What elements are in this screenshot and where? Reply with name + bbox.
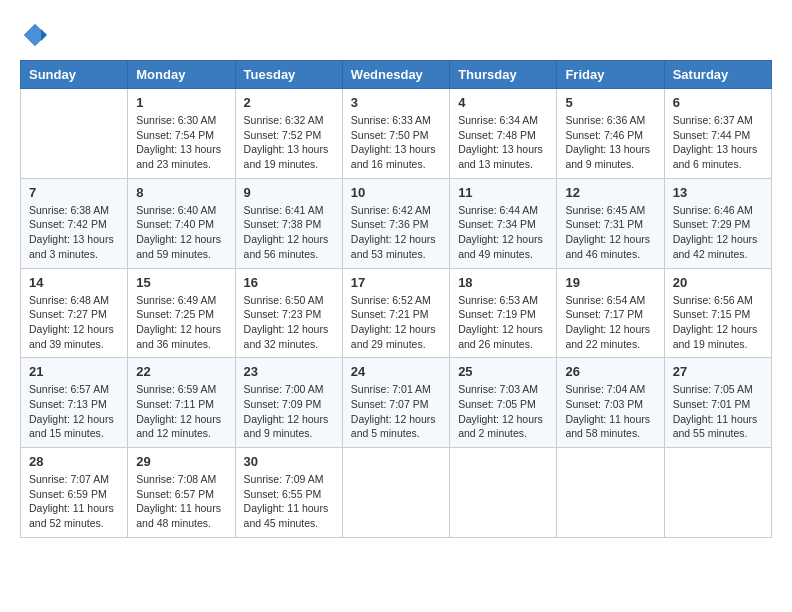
- calendar-cell: 25Sunrise: 7:03 AM Sunset: 7:05 PM Dayli…: [450, 358, 557, 448]
- day-content: Sunrise: 6:40 AM Sunset: 7:40 PM Dayligh…: [136, 203, 226, 262]
- day-header-wednesday: Wednesday: [342, 61, 449, 89]
- calendar-cell: 8Sunrise: 6:40 AM Sunset: 7:40 PM Daylig…: [128, 178, 235, 268]
- calendar-cell: [664, 448, 771, 538]
- day-number: 23: [244, 364, 334, 379]
- day-number: 19: [565, 275, 655, 290]
- calendar-cell: 17Sunrise: 6:52 AM Sunset: 7:21 PM Dayli…: [342, 268, 449, 358]
- day-content: Sunrise: 6:44 AM Sunset: 7:34 PM Dayligh…: [458, 203, 548, 262]
- calendar-header-row: SundayMondayTuesdayWednesdayThursdayFrid…: [21, 61, 772, 89]
- day-number: 1: [136, 95, 226, 110]
- calendar-week-row: 28Sunrise: 7:07 AM Sunset: 6:59 PM Dayli…: [21, 448, 772, 538]
- calendar-cell: 12Sunrise: 6:45 AM Sunset: 7:31 PM Dayli…: [557, 178, 664, 268]
- day-header-monday: Monday: [128, 61, 235, 89]
- calendar-cell: 10Sunrise: 6:42 AM Sunset: 7:36 PM Dayli…: [342, 178, 449, 268]
- day-header-friday: Friday: [557, 61, 664, 89]
- day-content: Sunrise: 6:32 AM Sunset: 7:52 PM Dayligh…: [244, 113, 334, 172]
- calendar-cell: 26Sunrise: 7:04 AM Sunset: 7:03 PM Dayli…: [557, 358, 664, 448]
- day-number: 22: [136, 364, 226, 379]
- calendar-table: SundayMondayTuesdayWednesdayThursdayFrid…: [20, 60, 772, 538]
- calendar-cell: [450, 448, 557, 538]
- day-number: 13: [673, 185, 763, 200]
- day-header-sunday: Sunday: [21, 61, 128, 89]
- day-number: 8: [136, 185, 226, 200]
- calendar-cell: 21Sunrise: 6:57 AM Sunset: 7:13 PM Dayli…: [21, 358, 128, 448]
- day-content: Sunrise: 6:50 AM Sunset: 7:23 PM Dayligh…: [244, 293, 334, 352]
- day-content: Sunrise: 7:01 AM Sunset: 7:07 PM Dayligh…: [351, 382, 441, 441]
- day-number: 16: [244, 275, 334, 290]
- day-content: Sunrise: 7:00 AM Sunset: 7:09 PM Dayligh…: [244, 382, 334, 441]
- calendar-cell: 29Sunrise: 7:08 AM Sunset: 6:57 PM Dayli…: [128, 448, 235, 538]
- day-content: Sunrise: 6:34 AM Sunset: 7:48 PM Dayligh…: [458, 113, 548, 172]
- day-content: Sunrise: 6:56 AM Sunset: 7:15 PM Dayligh…: [673, 293, 763, 352]
- day-number: 9: [244, 185, 334, 200]
- day-header-thursday: Thursday: [450, 61, 557, 89]
- calendar-week-row: 7Sunrise: 6:38 AM Sunset: 7:42 PM Daylig…: [21, 178, 772, 268]
- day-content: Sunrise: 6:46 AM Sunset: 7:29 PM Dayligh…: [673, 203, 763, 262]
- calendar-cell: 20Sunrise: 6:56 AM Sunset: 7:15 PM Dayli…: [664, 268, 771, 358]
- day-number: 30: [244, 454, 334, 469]
- day-number: 14: [29, 275, 119, 290]
- day-content: Sunrise: 6:59 AM Sunset: 7:11 PM Dayligh…: [136, 382, 226, 441]
- day-header-saturday: Saturday: [664, 61, 771, 89]
- calendar-cell: 11Sunrise: 6:44 AM Sunset: 7:34 PM Dayli…: [450, 178, 557, 268]
- calendar-week-row: 21Sunrise: 6:57 AM Sunset: 7:13 PM Dayli…: [21, 358, 772, 448]
- day-content: Sunrise: 7:08 AM Sunset: 6:57 PM Dayligh…: [136, 472, 226, 531]
- day-number: 18: [458, 275, 548, 290]
- page-header: [20, 20, 772, 50]
- day-content: Sunrise: 6:41 AM Sunset: 7:38 PM Dayligh…: [244, 203, 334, 262]
- day-number: 5: [565, 95, 655, 110]
- day-content: Sunrise: 7:07 AM Sunset: 6:59 PM Dayligh…: [29, 472, 119, 531]
- day-content: Sunrise: 6:42 AM Sunset: 7:36 PM Dayligh…: [351, 203, 441, 262]
- day-content: Sunrise: 6:57 AM Sunset: 7:13 PM Dayligh…: [29, 382, 119, 441]
- calendar-cell: 18Sunrise: 6:53 AM Sunset: 7:19 PM Dayli…: [450, 268, 557, 358]
- day-number: 28: [29, 454, 119, 469]
- day-number: 24: [351, 364, 441, 379]
- calendar-cell: 6Sunrise: 6:37 AM Sunset: 7:44 PM Daylig…: [664, 89, 771, 179]
- calendar-cell: 7Sunrise: 6:38 AM Sunset: 7:42 PM Daylig…: [21, 178, 128, 268]
- day-number: 12: [565, 185, 655, 200]
- day-number: 2: [244, 95, 334, 110]
- day-content: Sunrise: 6:30 AM Sunset: 7:54 PM Dayligh…: [136, 113, 226, 172]
- day-content: Sunrise: 6:33 AM Sunset: 7:50 PM Dayligh…: [351, 113, 441, 172]
- logo-icon: [20, 20, 50, 50]
- day-content: Sunrise: 6:48 AM Sunset: 7:27 PM Dayligh…: [29, 293, 119, 352]
- calendar-cell: [342, 448, 449, 538]
- day-content: Sunrise: 6:38 AM Sunset: 7:42 PM Dayligh…: [29, 203, 119, 262]
- day-number: 25: [458, 364, 548, 379]
- day-number: 29: [136, 454, 226, 469]
- calendar-cell: 14Sunrise: 6:48 AM Sunset: 7:27 PM Dayli…: [21, 268, 128, 358]
- day-number: 11: [458, 185, 548, 200]
- day-number: 10: [351, 185, 441, 200]
- calendar-cell: 27Sunrise: 7:05 AM Sunset: 7:01 PM Dayli…: [664, 358, 771, 448]
- calendar-week-row: 14Sunrise: 6:48 AM Sunset: 7:27 PM Dayli…: [21, 268, 772, 358]
- day-content: Sunrise: 6:45 AM Sunset: 7:31 PM Dayligh…: [565, 203, 655, 262]
- calendar-cell: 16Sunrise: 6:50 AM Sunset: 7:23 PM Dayli…: [235, 268, 342, 358]
- day-number: 7: [29, 185, 119, 200]
- calendar-cell: 19Sunrise: 6:54 AM Sunset: 7:17 PM Dayli…: [557, 268, 664, 358]
- calendar-cell: 22Sunrise: 6:59 AM Sunset: 7:11 PM Dayli…: [128, 358, 235, 448]
- day-content: Sunrise: 6:53 AM Sunset: 7:19 PM Dayligh…: [458, 293, 548, 352]
- calendar-cell: 23Sunrise: 7:00 AM Sunset: 7:09 PM Dayli…: [235, 358, 342, 448]
- svg-marker-2: [41, 29, 47, 41]
- calendar-cell: 13Sunrise: 6:46 AM Sunset: 7:29 PM Dayli…: [664, 178, 771, 268]
- calendar-cell: 24Sunrise: 7:01 AM Sunset: 7:07 PM Dayli…: [342, 358, 449, 448]
- logo: [20, 20, 54, 50]
- calendar-cell: 3Sunrise: 6:33 AM Sunset: 7:50 PM Daylig…: [342, 89, 449, 179]
- day-number: 26: [565, 364, 655, 379]
- calendar-cell: 5Sunrise: 6:36 AM Sunset: 7:46 PM Daylig…: [557, 89, 664, 179]
- day-number: 17: [351, 275, 441, 290]
- calendar-cell: 9Sunrise: 6:41 AM Sunset: 7:38 PM Daylig…: [235, 178, 342, 268]
- calendar-cell: 2Sunrise: 6:32 AM Sunset: 7:52 PM Daylig…: [235, 89, 342, 179]
- calendar-cell: 30Sunrise: 7:09 AM Sunset: 6:55 PM Dayli…: [235, 448, 342, 538]
- day-number: 6: [673, 95, 763, 110]
- day-content: Sunrise: 6:37 AM Sunset: 7:44 PM Dayligh…: [673, 113, 763, 172]
- day-content: Sunrise: 6:49 AM Sunset: 7:25 PM Dayligh…: [136, 293, 226, 352]
- day-number: 20: [673, 275, 763, 290]
- day-content: Sunrise: 6:54 AM Sunset: 7:17 PM Dayligh…: [565, 293, 655, 352]
- day-number: 27: [673, 364, 763, 379]
- day-content: Sunrise: 7:09 AM Sunset: 6:55 PM Dayligh…: [244, 472, 334, 531]
- day-content: Sunrise: 7:04 AM Sunset: 7:03 PM Dayligh…: [565, 382, 655, 441]
- calendar-cell: 4Sunrise: 6:34 AM Sunset: 7:48 PM Daylig…: [450, 89, 557, 179]
- day-number: 21: [29, 364, 119, 379]
- day-number: 15: [136, 275, 226, 290]
